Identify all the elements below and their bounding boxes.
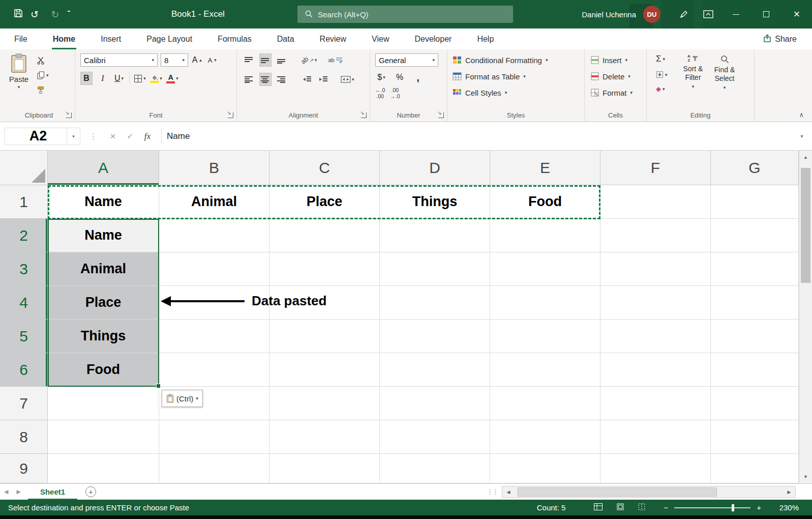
avatar[interactable]: DU [643,6,660,23]
page-break-view-icon[interactable] [638,503,645,512]
font-name-dropdown-icon[interactable]: ▾ [152,57,154,63]
paste-options-button[interactable]: (Ctrl) ▾ [162,390,203,407]
cell[interactable] [600,420,711,454]
row-header-5[interactable]: 5 [0,320,48,353]
cell[interactable] [600,219,711,252]
copy-dropdown-icon[interactable]: ▾ [46,73,49,78]
redo-button[interactable]: ↻ [51,9,59,20]
format-painter-button[interactable] [35,85,51,95]
tab-data[interactable]: Data [276,28,295,49]
cell-A4[interactable]: Place [48,286,159,320]
column-header-E[interactable]: E [490,151,600,185]
zoom-slider[interactable] [674,507,750,508]
cell[interactable] [380,454,490,483]
autosum-dropdown-icon[interactable]: ▾ [663,56,666,62]
scroll-up-icon[interactable]: ▲ [799,151,812,164]
cell[interactable] [490,252,600,286]
underline-dropdown-icon[interactable]: ▾ [122,76,124,81]
cell[interactable] [380,420,490,454]
horizontal-scrollbar[interactable]: ◀ ▶ [502,486,796,498]
cell[interactable] [269,219,380,252]
zoom-out-icon[interactable]: − [664,503,668,512]
redo-dropdown-icon[interactable]: ▾ [62,12,65,17]
accounting-dropdown-icon[interactable]: ▾ [383,75,385,80]
paste-options-dropdown-icon[interactable]: ▾ [196,396,198,401]
cell[interactable] [490,320,600,353]
column-header-F[interactable]: F [600,151,711,185]
cell[interactable] [269,353,380,387]
scroll-right-icon[interactable]: ▶ [783,486,795,498]
font-color-button[interactable]: A ▾ [166,72,178,85]
cell[interactable] [269,387,380,420]
shrink-font-button[interactable]: A▼ [206,53,219,67]
orientation-button[interactable]: ab↗▾ [301,53,317,67]
page-layout-view-icon[interactable] [617,503,624,512]
merge-center-dropdown-icon[interactable]: ▾ [352,77,354,82]
autosum-button[interactable]: Σ▾ [654,53,677,65]
cell[interactable] [159,420,269,454]
column-header-G[interactable]: G [711,151,799,185]
splitter-handle-icon[interactable]: ⋮⋮ [487,488,502,496]
font-dialog-launcher-icon[interactable] [228,112,233,118]
orientation-dropdown-icon[interactable]: ▾ [315,57,317,63]
cell[interactable] [711,353,799,387]
row-header-4[interactable]: 4 [0,286,48,320]
cell[interactable] [269,320,380,353]
enter-icon[interactable]: ✓ [122,128,139,145]
font-size-combo[interactable]: 8 ▾ [161,53,188,67]
cell-B1[interactable]: Animal [159,185,269,219]
cell[interactable] [600,320,711,353]
cut-button[interactable] [35,55,51,66]
row-header-2[interactable]: 2 [0,219,48,252]
column-header-B[interactable]: B [159,151,269,185]
cell[interactable] [711,454,799,483]
undo-dropdown-icon[interactable]: ▾ [42,12,44,17]
ink-pen-icon[interactable] [672,0,696,28]
cell[interactable] [711,320,799,353]
cell[interactable] [490,387,600,420]
align-left-button[interactable] [243,73,255,86]
sheet-nav-right-icon[interactable]: ▶ [12,488,24,495]
fill-button[interactable]: ▾ [654,70,677,79]
cancel-icon[interactable]: × [104,128,122,145]
name-box-dropdown-icon[interactable]: ▾ [67,128,80,145]
cell-A1[interactable]: Name [48,185,159,219]
cell[interactable] [159,454,269,483]
row-header-8[interactable]: 8 [0,420,48,454]
cell[interactable] [380,387,490,420]
italic-button[interactable]: I [97,72,109,85]
borders-button[interactable]: ▾ [134,72,146,85]
vertical-scrollbar-thumb[interactable] [801,168,810,283]
percent-style-button[interactable]: % [394,71,406,84]
tab-file[interactable]: File [13,28,28,49]
font-color-dropdown-icon[interactable]: ▾ [176,76,178,81]
tab-page-layout[interactable]: Page Layout [145,28,193,49]
cell[interactable] [711,420,799,454]
horizontal-scrollbar-thumb[interactable] [518,487,717,497]
copy-button[interactable]: ▾ [35,70,51,80]
cell[interactable] [380,219,490,252]
number-dialog-launcher-icon[interactable] [438,112,444,118]
cell[interactable] [600,387,711,420]
insert-function-button[interactable]: fx [139,128,156,145]
cell-A5[interactable]: Things [48,320,159,353]
align-right-button[interactable] [276,73,288,86]
cell[interactable] [600,185,711,219]
tab-help[interactable]: Help [476,28,495,49]
cell[interactable] [269,420,380,454]
align-center-button[interactable] [259,73,272,86]
find-select-dropdown-icon[interactable]: ▾ [724,85,726,91]
cell[interactable] [380,353,490,387]
cell[interactable] [269,286,380,320]
minimize-button[interactable] [720,0,751,28]
fill-handle[interactable] [156,384,161,388]
row-header-3[interactable]: 3 [0,252,48,286]
increase-decimal-button[interactable]: ←.0 .00 [375,87,385,99]
cell[interactable] [600,252,711,286]
clipboard-dialog-launcher-icon[interactable] [66,112,72,118]
bold-button[interactable]: B [80,72,93,85]
undo-button[interactable]: ↺ [31,9,39,20]
cell[interactable] [600,286,711,320]
cell[interactable] [490,454,600,483]
tab-home[interactable]: Home [52,28,76,49]
